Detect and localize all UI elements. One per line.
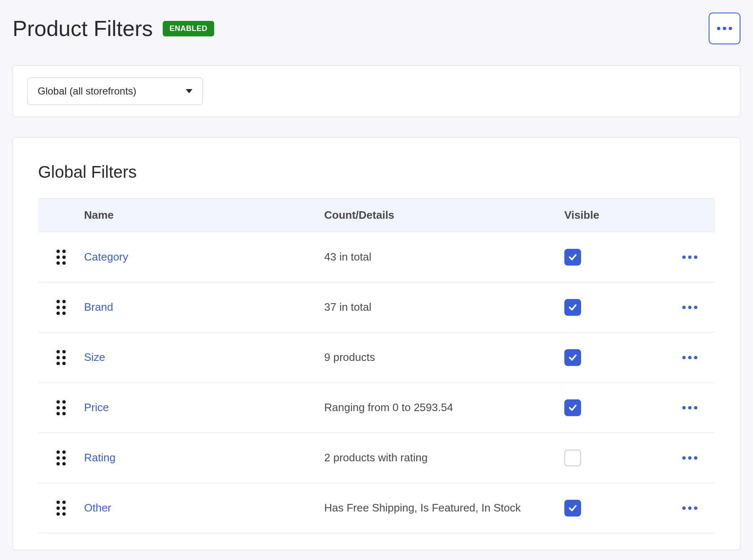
ellipsis-icon [682,506,697,510]
page-header: Product Filters ENABLED [13,13,740,44]
row-actions-button[interactable] [665,256,715,259]
drag-handle-icon[interactable] [38,400,84,415]
checkmark-icon [568,303,577,312]
ellipsis-icon [717,27,732,30]
visible-checkbox[interactable] [564,399,581,416]
filter-details: Has Free Shipping, Is Featured, In Stock [324,501,564,514]
checkmark-icon [568,253,577,262]
visible-checkbox[interactable] [564,450,581,466]
drag-handle-icon[interactable] [38,501,84,516]
table-row: OtherHas Free Shipping, Is Featured, In … [38,483,715,533]
visible-checkbox[interactable] [564,249,581,266]
column-header-visible: Visible [564,209,665,222]
column-header-name: Name [84,209,324,222]
ellipsis-icon [682,256,697,259]
ellipsis-icon [682,356,697,359]
row-actions-button[interactable] [665,456,715,460]
filter-name-link[interactable]: Category [84,251,324,263]
ellipsis-icon [682,456,697,460]
page-actions-button[interactable] [709,13,740,44]
caret-down-icon [186,89,192,93]
filter-name-link[interactable]: Rating [84,451,324,464]
filter-details: 37 in total [324,301,564,314]
visible-checkbox[interactable] [564,299,581,316]
filters-panel: Global Filters Name Count/Details Visibl… [13,137,740,550]
checkmark-icon [568,504,577,513]
row-actions-button[interactable] [665,356,715,359]
filter-name-link[interactable]: Brand [84,301,324,314]
section-title: Global Filters [38,163,715,182]
drag-handle-icon[interactable] [38,450,84,465]
table-row: Rating2 products with rating [38,433,715,483]
filter-name-link[interactable]: Other [84,501,324,514]
row-actions-button[interactable] [665,406,715,409]
filter-details: 9 products [324,351,564,364]
table-row: Brand37 in total [38,282,715,332]
header-left: Product Filters ENABLED [13,16,214,41]
drag-handle-icon[interactable] [38,250,84,265]
filters-table: Name Count/Details Visible Category43 in… [38,198,715,533]
table-header: Name Count/Details Visible [38,198,715,232]
column-header-details: Count/Details [324,209,564,222]
filter-details: 2 products with rating [324,451,564,464]
drag-handle-icon[interactable] [38,300,84,315]
visible-checkbox[interactable] [564,500,581,517]
table-row: Size9 products [38,332,715,383]
checkmark-icon [568,353,577,362]
filter-details: Ranging from 0 to 2593.54 [324,401,564,414]
row-actions-button[interactable] [665,506,715,510]
drag-handle-icon[interactable] [38,350,84,365]
filter-name-link[interactable]: Price [84,401,324,414]
ellipsis-icon [682,406,697,409]
row-actions-button[interactable] [665,306,715,309]
table-row: Category43 in total [38,232,715,282]
scope-select-value: Global (all storefronts) [38,85,136,97]
table-row: PriceRanging from 0 to 2593.54 [38,383,715,433]
scope-panel: Global (all storefronts) [13,65,740,117]
status-badge: ENABLED [163,21,214,36]
filter-name-link[interactable]: Size [84,351,324,364]
checkmark-icon [568,403,577,412]
visible-checkbox[interactable] [564,349,581,366]
storefront-scope-select[interactable]: Global (all storefronts) [27,77,203,105]
filter-details: 43 in total [324,251,564,263]
page-title: Product Filters [13,16,153,41]
ellipsis-icon [682,306,697,309]
